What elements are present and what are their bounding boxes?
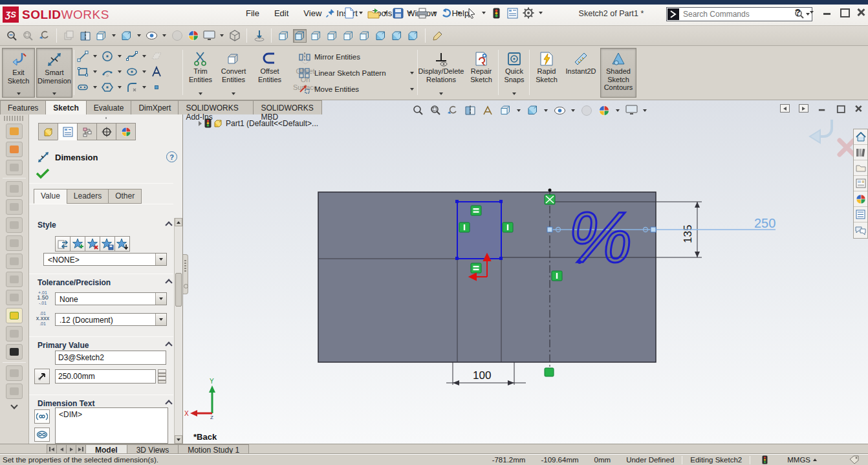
tab-leaders[interactable]: Leaders: [67, 189, 109, 204]
apply-default-style-icon[interactable]: [55, 236, 71, 252]
linear-pattern-caret-icon[interactable]: [410, 72, 414, 74]
line-tool-icon[interactable]: [76, 50, 89, 63]
dimension-handle[interactable]: [651, 227, 656, 232]
mirror-entities-button[interactable]: Mirror Entities: [299, 50, 415, 63]
dimension-text-area[interactable]: <DIM>: [55, 407, 168, 444]
open-caret-icon[interactable]: [384, 12, 387, 14]
load-style-icon[interactable]: [114, 236, 130, 252]
section-view-icon[interactable]: [78, 29, 92, 43]
precision-dropdown-button[interactable]: [155, 314, 166, 325]
view-orientation-icon[interactable]: [498, 103, 512, 117]
arc-tool-icon[interactable]: [101, 65, 114, 78]
rapid-sketch-button[interactable]: Rapid Sketch: [531, 48, 562, 98]
close-button[interactable]: [856, 8, 865, 16]
zoom-in-out-icon[interactable]: [5, 29, 19, 43]
options-caret-icon[interactable]: [539, 12, 543, 14]
dim-text-center-icon[interactable]: [34, 427, 50, 442]
convert-caret-icon[interactable]: [232, 92, 235, 95]
view-orientation-caret-icon[interactable]: [517, 109, 521, 112]
toolbar-grip[interactable]: [4, 116, 25, 121]
move-entities-button[interactable]: Move Entities: [299, 83, 415, 96]
circle-tool-icon[interactable]: [101, 50, 114, 63]
view-settings-caret-icon[interactable]: [220, 34, 224, 37]
view-orientation-caret-icon[interactable]: [112, 34, 116, 37]
search-input[interactable]: [680, 10, 794, 19]
propertymanager-tab[interactable]: [58, 123, 78, 140]
spin-up-icon[interactable]: [158, 369, 166, 376]
rectangle-tool-icon[interactable]: [76, 65, 89, 78]
new-caret-icon[interactable]: [359, 12, 363, 14]
prev-tab-icon[interactable]: [56, 444, 67, 454]
tab-dimxpert[interactable]: DimXpert: [131, 100, 179, 114]
sketch-text-percent[interactable]: %: [568, 197, 633, 277]
featuremanager-tab[interactable]: [38, 123, 58, 140]
scrollbar-thumb[interactable]: [175, 273, 182, 307]
scroll-down-icon[interactable]: [175, 435, 182, 444]
select-caret-icon[interactable]: [482, 12, 486, 14]
smart-dimension-button[interactable]: Smart Dimension: [36, 48, 72, 98]
collapse-pane-left-icon[interactable]: [780, 104, 790, 113]
smart-dimension-caret-icon[interactable]: [52, 92, 56, 95]
open-document-icon[interactable]: [366, 6, 380, 20]
maximize-button[interactable]: [840, 8, 849, 16]
display-style-caret-icon[interactable]: [137, 34, 141, 37]
relation-anchor[interactable]: [545, 195, 555, 204]
panel-scrollbar[interactable]: [174, 218, 182, 444]
tab-evaluate[interactable]: Evaluate: [86, 100, 132, 114]
menu-edit[interactable]: Edit: [274, 8, 288, 18]
shaded-sketch-contours-button[interactable]: Shaded Sketch Contours: [600, 48, 636, 98]
exit-sketch-caret-icon[interactable]: [17, 92, 21, 95]
relation-point[interactable]: [545, 368, 554, 376]
graphics-area[interactable]: 135 250 %: [183, 100, 868, 444]
move-entities-caret-icon[interactable]: [410, 88, 414, 91]
delete-style-icon[interactable]: [85, 236, 100, 252]
exit-sketch-button[interactable]: Exit Sketch: [2, 48, 35, 98]
dimension-text-collapse-icon[interactable]: [165, 400, 172, 407]
undo-icon[interactable]: [440, 6, 454, 20]
tab-motion-study[interactable]: Motion Study 1: [178, 444, 249, 454]
minimize-button[interactable]: [823, 8, 832, 16]
linear-sketch-pattern-button[interactable]: Linear Sketch Pattern: [299, 67, 415, 80]
scroll-up-icon[interactable]: [175, 218, 182, 226]
dynamic-annotation-icon[interactable]: [481, 103, 495, 117]
fillet-caret-icon[interactable]: [142, 86, 146, 89]
style-dropdown[interactable]: <NONE>: [43, 253, 167, 266]
previous-view-icon[interactable]: [38, 29, 51, 43]
menu-file[interactable]: File: [246, 8, 259, 18]
last-tab-icon[interactable]: [76, 444, 86, 454]
dimension-text-section-header[interactable]: Dimension Text: [38, 399, 94, 408]
view-back-icon[interactable]: [293, 29, 307, 43]
zoom-area-icon[interactable]: [428, 103, 442, 117]
view-palette-icon[interactable]: [854, 176, 867, 191]
tab-other[interactable]: Other: [108, 189, 142, 204]
file-explorer-icon[interactable]: [854, 160, 867, 176]
3d-drawing-view-icon[interactable]: [228, 29, 241, 43]
view-orientation-cube-icon[interactable]: [94, 29, 108, 43]
doc-minimize-button[interactable]: [818, 105, 826, 111]
sketch-drawing[interactable]: 135 250 %: [183, 100, 868, 444]
rebuild-traffic-light-icon[interactable]: [489, 6, 503, 20]
relation-vertical[interactable]: [552, 271, 562, 281]
view-dimetric-icon[interactable]: [406, 29, 420, 43]
select-cursor-icon[interactable]: [464, 6, 479, 20]
displaymanager-tab[interactable]: [116, 123, 136, 140]
hide-show-caret-icon[interactable]: [571, 109, 575, 112]
tag-icon[interactable]: [830, 455, 868, 464]
ellipse-tool-icon[interactable]: [125, 65, 138, 78]
tab-features[interactable]: Features: [0, 100, 46, 114]
style-section-header[interactable]: Style: [38, 221, 56, 230]
relation-vertical[interactable]: [459, 222, 470, 232]
doc-restore-button[interactable]: [836, 105, 844, 111]
menu-view[interactable]: View: [303, 8, 321, 18]
units-selector[interactable]: MMGS: [779, 456, 813, 464]
save-icon[interactable]: [391, 6, 405, 20]
display-style-caret-icon[interactable]: [544, 109, 548, 112]
relation-equal[interactable]: [471, 206, 481, 215]
file-properties-icon[interactable]: [505, 6, 519, 20]
display-delete-caret-icon[interactable]: [439, 92, 443, 95]
tab-model[interactable]: Model: [85, 444, 127, 454]
add-style-icon[interactable]: [70, 236, 85, 252]
previous-view-icon[interactable]: [446, 103, 460, 117]
line-caret-icon[interactable]: [93, 55, 97, 58]
tolerance-dropdown-button[interactable]: [155, 293, 166, 305]
